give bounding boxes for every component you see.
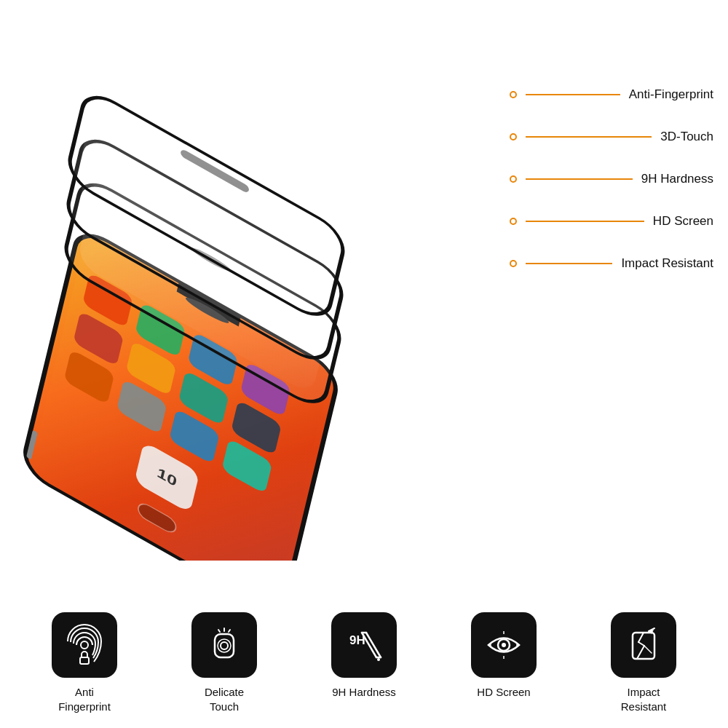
feature-dot [510, 175, 517, 183]
feature-label-anti-fingerprint: Anti-Fingerprint [629, 87, 713, 102]
feature-line [526, 221, 644, 222]
icon-item-anti-fingerprint: Anti Fingerprint [37, 612, 132, 713]
feature-label-9h-hardness: 9H Hardness [641, 172, 713, 186]
icon-label-impact-resistant: Impact Resistant [621, 685, 667, 713]
icon-item-hd-screen: HD Screen [456, 612, 551, 700]
svg-line-51 [637, 646, 644, 659]
icon-box-anti-fingerprint [52, 612, 117, 678]
feature-item-impact-resistant: Impact Resistant [510, 256, 713, 271]
svg-point-34 [221, 642, 228, 649]
svg-line-52 [644, 646, 652, 653]
touch-icon [203, 624, 245, 666]
impact-icon [622, 624, 665, 666]
feature-item-9h-hardness: 9H Hardness [510, 172, 713, 186]
feature-dot [510, 91, 517, 98]
features-list: Anti-Fingerprint 3D-Touch 9H Hardness HD… [510, 87, 713, 298]
icon-label-delicate-touch: Delicate Touch [205, 685, 244, 713]
hd-screen-icon [483, 624, 525, 666]
svg-line-50 [638, 642, 644, 646]
icon-label-hd-screen: HD Screen [477, 685, 530, 700]
icon-box-delicate-touch [191, 612, 257, 678]
feature-label-impact-resistant: Impact Resistant [621, 256, 713, 271]
icon-box-hd-screen [471, 612, 537, 678]
feature-line [526, 178, 633, 180]
icon-item-9h-hardness: 9H 9H Hardness [317, 612, 411, 700]
feature-line [526, 94, 620, 95]
icon-item-delicate-touch: Delicate Touch [177, 612, 272, 713]
icon-label-anti-fingerprint: Anti Fingerprint [58, 685, 111, 713]
fingerprint-icon [63, 624, 106, 666]
svg-rect-32 [80, 657, 89, 664]
isometric-scene: 10 [0, 0, 524, 561]
feature-label-3d-touch: 3D-Touch [660, 130, 713, 144]
svg-point-41 [377, 658, 380, 661]
feature-line [526, 136, 652, 138]
svg-point-43 [502, 643, 506, 647]
feature-label-hd-screen: HD Screen [653, 214, 713, 229]
icon-item-impact-resistant: Impact Resistant [596, 612, 691, 713]
feature-dot [510, 218, 517, 225]
feature-item-anti-fingerprint: Anti-Fingerprint [510, 87, 713, 102]
feature-dot [510, 260, 517, 267]
main-container: 10 [0, 0, 728, 728]
svg-point-31 [81, 641, 88, 649]
feature-line [526, 263, 612, 264]
feature-dot [510, 133, 517, 141]
hardness-icon: 9H [343, 624, 385, 666]
icon-label-9h-hardness: 9H Hardness [332, 685, 396, 700]
svg-point-35 [218, 639, 231, 652]
bottom-icons-row: Anti Fingerprint Delicate Touch [15, 612, 713, 713]
feature-item-hd-screen: HD Screen [510, 214, 713, 229]
icon-box-impact-resistant [611, 612, 676, 678]
feature-item-3d-touch: 3D-Touch [510, 130, 713, 144]
svg-line-49 [638, 633, 644, 642]
icon-box-9h-hardness: 9H [331, 612, 397, 678]
